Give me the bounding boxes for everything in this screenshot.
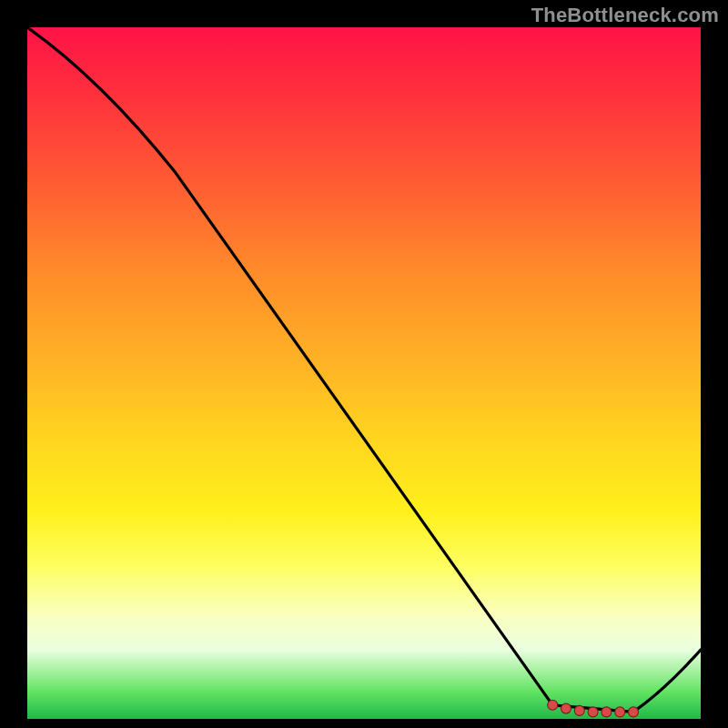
plot-area (27, 27, 701, 719)
series-line (27, 27, 701, 712)
optimum-markers (548, 700, 639, 717)
optimum-marker (548, 700, 558, 710)
optimum-marker (602, 707, 612, 717)
chart-frame: TheBottleneck.com (0, 0, 728, 728)
optimum-marker (588, 707, 598, 717)
optimum-marker (574, 705, 584, 715)
chart-svg (27, 27, 701, 719)
optimum-marker (615, 707, 625, 717)
watermark-text: TheBottleneck.com (531, 4, 719, 27)
optimum-marker (561, 703, 571, 713)
optimum-marker (629, 707, 639, 717)
